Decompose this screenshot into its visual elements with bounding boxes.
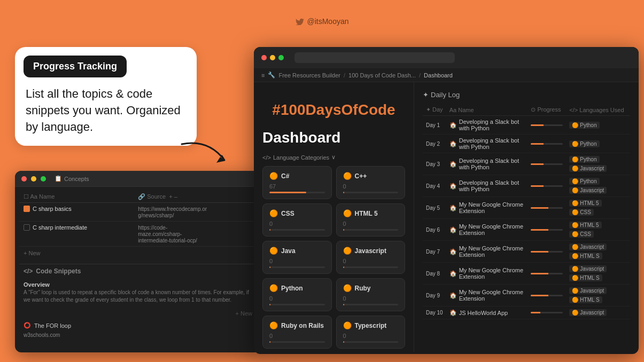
breadcrumb-1[interactable]: Free Resources Builder — [278, 72, 340, 78]
source-link-1[interactable]: https://www.freecodecamp.org/news/csharp… — [138, 206, 207, 218]
lang-card-ruby[interactable]: 🟠 Ruby 0 — [336, 278, 406, 311]
code-bracket-icon: </> — [262, 154, 271, 161]
log-row[interactable]: Day 8 🏠 My New Google Chrome Extension 🟠… — [423, 263, 630, 285]
log-row[interactable]: Day 1 🏠 Developing a Slack bot with Pyth… — [423, 116, 630, 135]
main-titlebar — [254, 47, 639, 68]
add-new-button[interactable]: + New — [19, 247, 257, 259]
lang-tag: 🟠Python — [569, 122, 599, 129]
lang-card-css[interactable]: 🟠 CSS 0 — [262, 203, 332, 237]
log-row[interactable]: Day 7 🏠 My New Google Chrome Extension 🟠… — [423, 241, 630, 263]
star-icon: ✦ — [423, 91, 429, 99]
col-name: ☐ Aa Name — [19, 191, 134, 203]
log-row[interactable]: Day 6 🏠 My New Google Chrome Extension 🟠… — [423, 219, 630, 241]
task-name: 🏠 Developing a Slack bot with Python — [449, 119, 525, 131]
breadcrumb-2[interactable]: 100 Days of Code Dash... — [348, 72, 416, 78]
csharp-icon: 🟠 — [269, 172, 278, 180]
col-day: ✦ Day — [423, 104, 446, 116]
col-name: Aa Name — [446, 104, 528, 116]
log-row[interactable]: Day 2 🏠 Developing a Slack bot with Pyth… — [423, 135, 630, 153]
lang-tag: 🟠HTML 5 — [569, 200, 601, 207]
day-cell: Day 1 — [423, 116, 446, 135]
task-icon: 🏠 — [449, 204, 457, 211]
bubble-title: Progress Tracking — [24, 56, 127, 77]
source-link-2[interactable]: https://code-maze.com/csharp-intermediat… — [138, 225, 197, 243]
checkbox-checked[interactable] — [24, 206, 30, 212]
task-name: 🏠 Developing a Slack bot with Python — [449, 137, 525, 150]
lang-tags: 🟠Python — [569, 122, 627, 129]
col-langs: </> Languages Used — [566, 104, 630, 116]
daily-log-table: ✦ Day Aa Name ⊙ Progress </> Languages U… — [423, 104, 630, 319]
close-dot[interactable] — [21, 176, 27, 182]
task-icon: 🏠 — [449, 140, 457, 147]
table-row[interactable]: C sharp basics https://www.freecodecamp.… — [19, 203, 257, 222]
code-add-new[interactable]: + New — [19, 307, 257, 320]
checkbox-empty[interactable] — [24, 224, 30, 231]
concepts-icon: 📋 — [55, 175, 62, 182]
main-expand-dot[interactable] — [278, 55, 284, 60]
lang-card-javascript[interactable]: 🟠 Javascript 0 — [336, 241, 406, 274]
row-name-2: C sharp intermediate — [33, 224, 87, 231]
lang-card-csharp[interactable]: 🟠 C# 67 — [262, 166, 332, 199]
main-window: ≡ 🔧 Free Resources Builder / 100 Days of… — [254, 47, 639, 354]
lang-tag: 🟠CSS — [569, 209, 594, 216]
day-cell: Day 10 — [423, 306, 446, 319]
lang-card-python[interactable]: 🟠 Python 0 — [262, 278, 332, 311]
lang-tags: 🟠Javascript🟠HTML S — [569, 265, 627, 281]
bubble-body: List all the topics & code snippets you … — [15, 77, 197, 146]
arrow-icon — [176, 133, 240, 176]
task-icon: 🏠 — [449, 309, 457, 316]
lang-tags: 🟠Javascript — [569, 309, 627, 316]
twitter-handle: @itsMooyan — [295, 17, 348, 26]
day-cell: Day 6 — [423, 219, 446, 241]
speech-bubble: Progress Tracking List all the topics & … — [15, 47, 197, 146]
log-row[interactable]: Day 4 🏠 Developing a Slack bot with Pyth… — [423, 175, 630, 197]
rails-icon: 🟠 — [269, 321, 278, 329]
task-name: 🏠 Developing a Slack bot with Python — [449, 158, 525, 170]
lang-card-rails[interactable]: 🟠 Ruby on Rails 0 — [262, 316, 332, 349]
task-icon: 🏠 — [449, 161, 457, 168]
expand-dot[interactable] — [41, 176, 46, 182]
task-icon: 🏠 — [449, 122, 457, 129]
progress-bar — [531, 185, 563, 187]
row-name-1: C sharp basics — [33, 206, 72, 212]
lang-tag: 🟠CSS — [569, 231, 594, 238]
main-close-dot[interactable] — [261, 55, 267, 60]
for-loop-item[interactable]: ⭕ The FOR loop — [19, 320, 257, 331]
progress-bar — [531, 163, 563, 165]
ts-icon: 🟠 — [343, 321, 352, 329]
task-icon: 🏠 — [449, 270, 457, 277]
title-dots — [261, 55, 284, 60]
log-row[interactable]: Day 5 🏠 My New Google Chrome Extension 🟠… — [423, 197, 630, 219]
js-icon: 🟠 — [343, 247, 352, 255]
lang-tags: 🟠Javascript🟠HTML S — [569, 243, 627, 259]
task-name: 🏠 My New Google Chrome Extension — [449, 223, 525, 236]
lang-card-typescript[interactable]: 🟠 Typescript 0 — [336, 316, 406, 349]
lang-tag: 🟠HTML 5 — [569, 222, 601, 229]
main-minimize-dot[interactable] — [270, 55, 275, 60]
day-cell: Day 7 — [423, 241, 446, 263]
minimize-dot[interactable] — [31, 176, 36, 182]
lang-tag: 🟠Javascript — [569, 165, 607, 172]
lang-card-cpp[interactable]: 🟠 C++ 0 — [336, 166, 406, 199]
log-row[interactable]: Day 10 🏠 JS HelloWorld App 🟠Javascript — [423, 306, 630, 319]
task-name: 🏠 My New Google Chrome Extension — [449, 201, 525, 214]
menu-icon[interactable]: ≡ — [261, 72, 265, 78]
progress-bar — [531, 229, 563, 231]
lang-tags: 🟠Python — [569, 140, 627, 147]
breadcrumb-current: Dashboard — [424, 72, 453, 78]
table-row[interactable]: C sharp intermediate https://code-maze.c… — [19, 222, 257, 247]
lang-tags: 🟠HTML 5🟠CSS — [569, 222, 627, 238]
lang-card-html5[interactable]: 🟠 HTML 5 0 — [336, 203, 406, 237]
lang-card-java[interactable]: 🟠 Java 0 — [262, 241, 332, 274]
lang-tag: 🟠Python — [569, 156, 599, 163]
log-row[interactable]: Day 3 🏠 Developing a Slack bot with Pyth… — [423, 153, 630, 175]
day-cell: Day 8 — [423, 263, 446, 285]
hashtag-title: #100DaysOfCode — [262, 91, 405, 129]
lang-tag: 🟠HTML S — [569, 274, 602, 281]
code-icon: </> — [24, 267, 33, 275]
task-icon: 🏠 — [449, 292, 457, 299]
log-row[interactable]: Day 9 🏠 My New Google Chrome Extension 🟠… — [423, 285, 630, 306]
day-cell: Day 5 — [423, 197, 446, 219]
lang-tag: 🟠Python — [569, 178, 599, 185]
w3school-link[interactable]: w3schools.com — [19, 331, 257, 339]
